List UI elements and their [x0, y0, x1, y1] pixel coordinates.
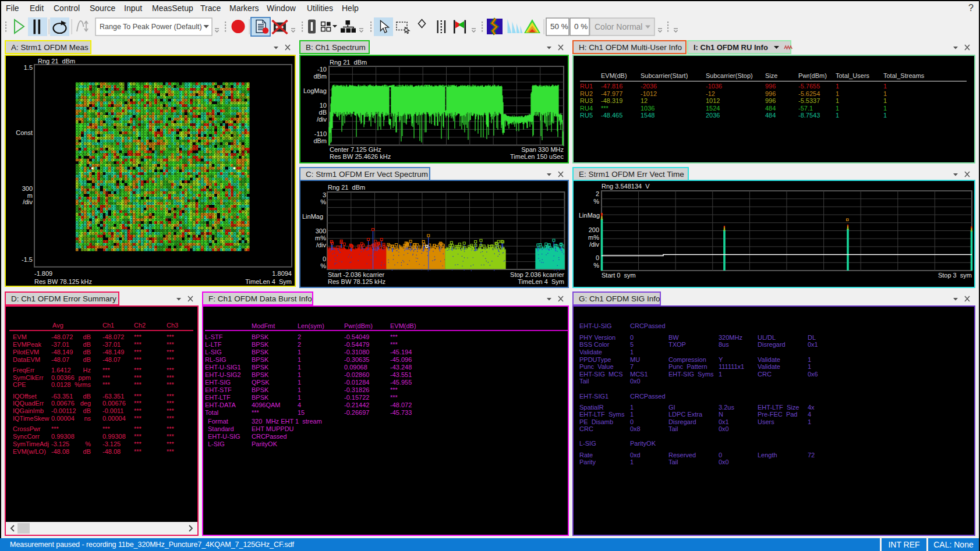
svg-text:Color Normal: Color Normal — [595, 22, 642, 31]
svg-text:50 %: 50 % — [550, 22, 568, 31]
svg-text:Range To Peak Power (Default): Range To Peak Power (Default) — [100, 23, 202, 31]
svg-text:0 %: 0 % — [574, 22, 588, 31]
